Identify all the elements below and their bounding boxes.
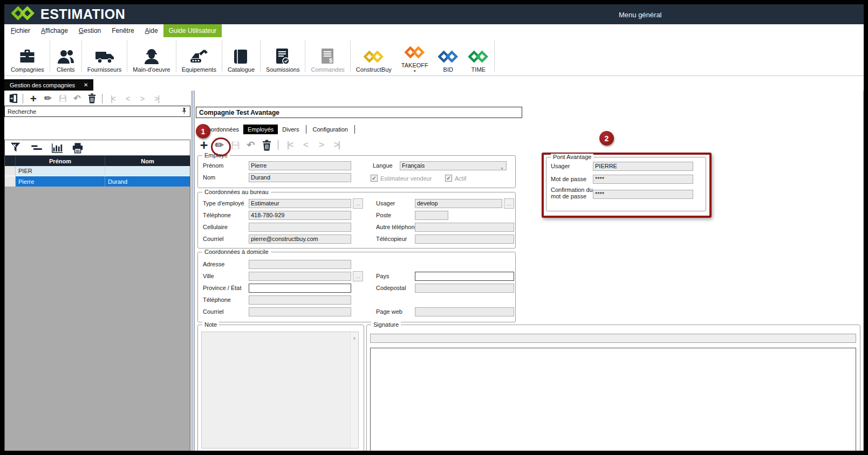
close-icon[interactable]: ✕ bbox=[84, 82, 88, 88]
grid-row-selected[interactable]: Pierre Durand bbox=[5, 176, 190, 187]
exit-icon[interactable] bbox=[6, 92, 18, 105]
column-header-prenom[interactable]: Prénom bbox=[16, 156, 105, 166]
row-indicator bbox=[5, 166, 16, 176]
pont-motdepasse-input: **** bbox=[593, 175, 693, 184]
scroll-up-icon[interactable]: ∧ bbox=[353, 336, 356, 341]
constructbuy-logo-icon bbox=[364, 46, 384, 66]
toolbar-button-equipements[interactable]: Équipements bbox=[177, 37, 221, 75]
note-textarea[interactable] bbox=[201, 332, 359, 449]
checkbox-checked-icon: ✓ bbox=[371, 175, 378, 182]
pageweb-label: Page web bbox=[376, 308, 402, 315]
toolbar-label: Fournisseurs bbox=[87, 66, 122, 73]
menu-affichage[interactable]: Affichage bbox=[36, 24, 73, 37]
search-input[interactable]: Recherche bbox=[4, 106, 190, 117]
summary-bars-icon[interactable] bbox=[31, 141, 43, 154]
clients-icon bbox=[57, 46, 75, 66]
toolbar-button-takeoff[interactable]: TAKEOFF ▼ bbox=[397, 37, 433, 75]
nav-next-icon: > bbox=[315, 139, 327, 151]
toolbar-separator bbox=[50, 40, 50, 72]
group-legend: Note bbox=[202, 321, 219, 328]
toolbar-button-time[interactable]: TIME bbox=[463, 37, 494, 75]
filter-cell-nom[interactable] bbox=[105, 166, 190, 176]
group-legend: Coordonnées à domicile bbox=[202, 249, 271, 256]
add-button[interactable]: + bbox=[28, 92, 39, 105]
row-indicator-header bbox=[5, 156, 16, 166]
toolbar-button-commandes: $ Commandes bbox=[306, 37, 349, 75]
adresse-label: Adresse bbox=[203, 261, 224, 267]
grid-toolbar bbox=[5, 140, 190, 156]
tab-gestion-des-compagnies[interactable]: Gestion des compagnies ✕ bbox=[4, 79, 93, 91]
province-input[interactable] bbox=[249, 284, 351, 293]
langue-value: Français bbox=[402, 162, 425, 169]
trash-icon[interactable] bbox=[261, 139, 272, 151]
group-legend: Coordonnées au bureau bbox=[202, 189, 271, 196]
printer-icon[interactable] bbox=[72, 141, 84, 154]
document-tab-strip: Gestion des compagnies ✕ bbox=[4, 76, 864, 91]
toolbar-button-fournisseurs[interactable]: Fournisseurs bbox=[83, 37, 127, 75]
tab-label: Gestion des compagnies bbox=[10, 82, 75, 88]
usager-input: develop bbox=[415, 199, 502, 208]
annotation-highlight-box: Pont Avantage Usager PIERRE Mot de passe… bbox=[542, 153, 712, 218]
tab-separator bbox=[354, 125, 355, 134]
toolbar-separator bbox=[81, 40, 82, 72]
toolbar-button-main-doeuvre[interactable]: Main-d'oeuvre bbox=[128, 37, 175, 75]
toolbar-button-compagnies[interactable]: Compagnies bbox=[6, 37, 49, 75]
group-legend: Signature bbox=[371, 321, 401, 328]
signature-canvas[interactable] bbox=[370, 348, 856, 451]
briefcase-icon bbox=[18, 46, 36, 66]
brand-logo-icon bbox=[11, 6, 35, 23]
scrollbar[interactable]: ∧ bbox=[350, 332, 358, 448]
column-header-nom[interactable]: Nom bbox=[105, 156, 190, 166]
group-note: Note ∧ bbox=[197, 325, 364, 451]
chart-icon[interactable] bbox=[51, 141, 63, 154]
group-coordonnees-bureau: Coordonnées au bureau Type d'employé Est… bbox=[197, 192, 516, 249]
menu-fichier[interactable]: Fichier bbox=[5, 24, 36, 37]
autre-telephone-input bbox=[415, 223, 514, 232]
toolbar-separator bbox=[176, 40, 176, 72]
nom-label: Nom bbox=[203, 174, 215, 181]
nav-last-icon: >| bbox=[151, 92, 162, 105]
trash-icon[interactable] bbox=[86, 92, 98, 105]
menu-gestion[interactable]: Gestion bbox=[73, 24, 106, 37]
menu-guide-utilisateur[interactable]: Guide Utilisateur bbox=[163, 24, 222, 37]
row-indicator bbox=[5, 176, 16, 187]
chevron-down-icon[interactable]: ▼ bbox=[413, 70, 416, 73]
cell-prenom[interactable]: Pierre bbox=[16, 176, 105, 187]
toolbar-button-clients[interactable]: Clients bbox=[51, 37, 81, 75]
checkbox-checked-icon: ✓ bbox=[445, 175, 452, 182]
edit-pencil-button[interactable]: ✏ bbox=[42, 92, 54, 105]
save-icon bbox=[57, 92, 69, 105]
excavator-icon bbox=[189, 46, 209, 66]
toolbar-button-constructbuy[interactable]: ConstructBuy bbox=[351, 37, 397, 75]
panel-splitter[interactable] bbox=[190, 91, 194, 451]
add-employee-button[interactable]: + bbox=[198, 139, 210, 151]
grid-filter-row[interactable]: PIER bbox=[5, 166, 190, 176]
tab-employes[interactable]: Employés bbox=[243, 125, 278, 134]
cellulaire-label: Cellulaire bbox=[203, 224, 228, 230]
filter-icon[interactable] bbox=[10, 141, 22, 154]
filter-cell-prenom[interactable]: PIER bbox=[16, 166, 105, 176]
cellulaire-input bbox=[249, 223, 351, 232]
toolbar-button-soumissions[interactable]: Soumissions bbox=[261, 37, 304, 75]
langue-label: Langue bbox=[373, 162, 393, 169]
tab-configuration[interactable]: Configuration bbox=[309, 125, 352, 134]
prenom-label: Prénom bbox=[203, 162, 224, 169]
nom-input: Durand bbox=[249, 173, 351, 182]
toolbar-label: Main-d'oeuvre bbox=[133, 66, 170, 73]
poste-input bbox=[415, 211, 448, 220]
tab-divers[interactable]: Divers bbox=[278, 125, 303, 134]
province-label: Province / État bbox=[203, 285, 242, 291]
telephone-domicile-label: Téléphone bbox=[203, 297, 231, 303]
edit-employee-pencil-button[interactable]: ✏ bbox=[214, 139, 225, 151]
cell-nom[interactable]: Durand bbox=[105, 176, 190, 187]
pin-icon[interactable] bbox=[181, 107, 187, 116]
toolbar-button-bid[interactable]: BID bbox=[433, 37, 463, 75]
toolbar-button-catalogue[interactable]: Catalogue bbox=[223, 37, 259, 75]
menu-fenetre[interactable]: Fenêtre bbox=[106, 24, 139, 37]
menu-aide[interactable]: Aide bbox=[140, 24, 163, 37]
chevron-down-icon: ▼ bbox=[500, 164, 504, 170]
pays-input[interactable] bbox=[415, 272, 514, 281]
pays-label: Pays bbox=[376, 273, 389, 279]
toolbar-label: Catalogue bbox=[228, 66, 255, 73]
annotation-step-1-badge: 1 bbox=[196, 124, 210, 139]
